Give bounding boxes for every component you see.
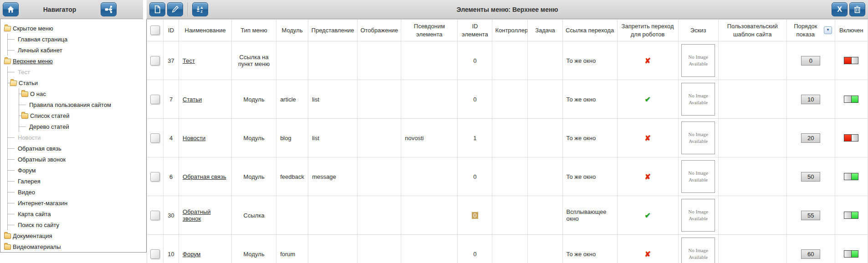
sort-order-value[interactable]: 55: [801, 211, 820, 220]
col-header-element_id[interactable]: ID элемента: [458, 20, 492, 41]
row-checkbox[interactable]: [150, 211, 160, 220]
enabled-toggle[interactable]: [844, 134, 858, 142]
svg-text:Z: Z: [200, 10, 203, 14]
tree-item-верхнее-меню[interactable]: Верхнее меню: [4, 56, 144, 66]
tree-connector: [8, 66, 16, 77]
sort-order-value[interactable]: 0: [801, 56, 820, 66]
tree-item-интернет-магазин[interactable]: Интернет-магазин: [8, 197, 144, 208]
sort-order-value[interactable]: 50: [801, 172, 820, 182]
tree-item-обратная-связь[interactable]: Обратная связь: [8, 143, 144, 154]
cell-site_template: [718, 235, 786, 263]
toolbar-separator: [188, 3, 189, 16]
tree-item-главная-страница[interactable]: Главная страница: [8, 34, 144, 45]
tree-item-скрытое-меню[interactable]: Скрытое меню: [4, 23, 144, 34]
menu-item-link[interactable]: Статьи: [183, 96, 202, 103]
col-header-link_target[interactable]: Ссылка перехода: [562, 20, 617, 41]
svg-text:X: X: [837, 5, 842, 13]
tree-item-поиск-по-сайту[interactable]: Поиск по сайту: [8, 219, 144, 230]
col-header-id[interactable]: ID: [163, 20, 179, 41]
menu-item-link[interactable]: Обратный звонок: [183, 208, 210, 222]
select-all-checkbox[interactable]: [150, 25, 160, 35]
tree-connector: [8, 187, 16, 197]
tree-item-видеоматериалы[interactable]: Видеоматериалы: [4, 241, 144, 252]
col-header-view[interactable]: Представление: [308, 20, 357, 41]
tree-connector: [19, 99, 27, 110]
cell-id: 30: [163, 196, 179, 235]
tree-item-документация[interactable]: Документация: [4, 230, 144, 241]
cell-display: [357, 235, 401, 263]
home-button[interactable]: [3, 2, 19, 16]
cell-module: forum: [276, 235, 308, 263]
sort-az-icon: AZ: [196, 5, 204, 14]
cell-link_target: То же окно: [562, 119, 617, 157]
row-checkbox[interactable]: [150, 133, 160, 143]
cell-view: list: [308, 119, 357, 157]
new-document-button[interactable]: [149, 2, 165, 16]
tree-item-label: Статьи: [19, 80, 38, 86]
row-checkbox[interactable]: [150, 95, 160, 104]
tree-item-статьи[interactable]: Статьи: [8, 77, 144, 88]
enabled-toggle[interactable]: [844, 212, 858, 219]
menu-items-table-wrap: IDНаименованиеТип менюМодульПредставлени…: [147, 19, 868, 263]
tree-item-новости[interactable]: Новости: [8, 132, 144, 143]
table-row-37: 37ТестСсылка на пункт меню0То же окно✘No…: [147, 41, 868, 80]
cell-controller: [492, 41, 528, 80]
menu-item-link[interactable]: Новости: [183, 135, 205, 142]
sort-order-value[interactable]: 20: [801, 133, 820, 143]
sort-az-button[interactable]: AZ: [192, 2, 208, 16]
tree-item-дерево-статей[interactable]: Дерево статей: [19, 121, 144, 132]
enabled-toggle[interactable]: [844, 57, 858, 64]
edit-pencil-button[interactable]: [167, 2, 183, 16]
tree-item-обратный-звонок[interactable]: Обратный звонок: [8, 154, 144, 165]
tree-item-список-статей[interactable]: Список статей: [19, 110, 144, 121]
app-window: Навигатор Скрытое менюГлавная страницаЛи…: [0, 0, 868, 263]
col-header-module[interactable]: Модуль: [276, 20, 308, 41]
tree-item-галерея[interactable]: Галерея: [8, 176, 144, 187]
menu-items-table: IDНаименованиеТип менюМодульПредставлени…: [147, 19, 868, 263]
col-header-menu_type[interactable]: Тип меню: [232, 20, 276, 41]
sitemap-button[interactable]: [101, 2, 117, 16]
tree-item-видео[interactable]: Видео: [8, 187, 144, 197]
tree-item-тест[interactable]: Тест: [8, 66, 144, 77]
col-header-controller[interactable]: Контроллер: [492, 20, 528, 41]
trash-button[interactable]: [849, 2, 865, 16]
cell-display: [357, 80, 401, 119]
col-header-display[interactable]: Отображение: [357, 20, 401, 41]
excel-export-button[interactable]: X: [832, 2, 848, 16]
enabled-toggle[interactable]: [844, 250, 858, 258]
cell-thumbnail: No Image Available: [678, 196, 718, 235]
col-header-enabled[interactable]: Включен: [835, 20, 868, 41]
col-header-select[interactable]: [147, 20, 163, 41]
tree-item-карта-сайта[interactable]: Карта сайта: [8, 208, 144, 219]
menu-item-link[interactable]: Обратная связь: [183, 173, 226, 180]
tree-item-о-нас[interactable]: О нас: [19, 88, 144, 99]
tree-item-форум[interactable]: Форум: [8, 165, 144, 176]
menu-item-link[interactable]: Тест: [183, 57, 195, 64]
cell-select: [147, 41, 163, 80]
col-header-thumbnail[interactable]: Эскиз: [678, 20, 718, 41]
menu-item-link[interactable]: Форум: [183, 251, 201, 258]
cell-element_id: 0: [458, 41, 492, 80]
folder-open-icon: [4, 59, 11, 64]
col-header-alias[interactable]: Псевдоним элемента: [401, 20, 458, 41]
col-header-task[interactable]: Задача: [528, 20, 562, 41]
home-icon: [6, 5, 15, 14]
tree-item-личный-кабинет[interactable]: Личный кабинет: [8, 45, 144, 56]
col-header-site_template[interactable]: Пользовательский шаблон сайта: [718, 20, 786, 41]
row-checkbox[interactable]: [150, 249, 160, 259]
col-header-sort_order[interactable]: Порядок показа▼: [786, 20, 835, 41]
enabled-toggle[interactable]: [844, 96, 858, 103]
sort-order-value[interactable]: 10: [801, 95, 820, 104]
cell-robots: ✘: [617, 119, 678, 157]
sort-dropdown-button[interactable]: ▼: [824, 26, 832, 34]
row-checkbox[interactable]: [150, 56, 160, 66]
col-header-name[interactable]: Наименование: [179, 20, 232, 41]
enabled-toggle[interactable]: [844, 173, 858, 180]
row-checkbox[interactable]: [150, 172, 160, 182]
cell-sort_order: 60: [786, 235, 835, 263]
tree-item-правила-пользования-сайтом[interactable]: Правила пользования сайтом: [19, 99, 144, 110]
col-header-robots[interactable]: Запретить переход для роботов: [617, 20, 678, 41]
cell-alias: [401, 41, 458, 80]
cell-module: [276, 196, 308, 235]
sort-order-value[interactable]: 60: [801, 249, 820, 259]
